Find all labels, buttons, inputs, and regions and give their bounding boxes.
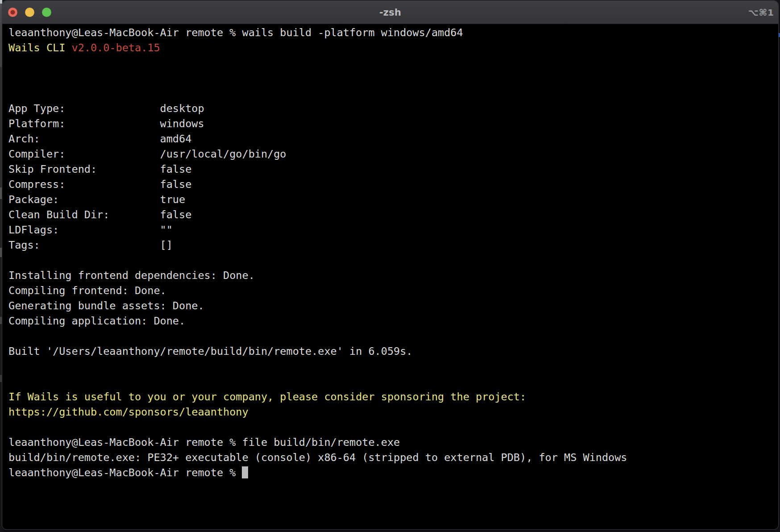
terminal-text	[8, 421, 15, 433]
terminal-text	[8, 87, 15, 100]
minimize-button[interactable]	[25, 8, 34, 17]
terminal-line: leaanthony@Leas-MacBook-Air remote % fil…	[8, 435, 778, 450]
close-button[interactable]	[8, 8, 17, 17]
terminal-text: Platform: windows	[8, 117, 204, 130]
terminal-text	[8, 360, 15, 373]
terminal-text: Compiler: /usr/local/go/bin/go	[8, 148, 286, 160]
terminal-text: If Wails is useful to you or your compan…	[8, 391, 526, 403]
terminal-line: Compiler: /usr/local/go/bin/go	[8, 146, 778, 162]
terminal-line	[8, 86, 778, 101]
terminal-line	[8, 359, 778, 374]
terminal-line: leaanthony@Leas-MacBook-Air remote % wai…	[8, 25, 778, 40]
terminal-text: Compiling frontend: Done.	[8, 284, 166, 297]
terminal-text	[8, 375, 15, 388]
zoom-button[interactable]	[42, 8, 51, 17]
terminal-line: Built '/Users/leaanthony/remote/build/bi…	[8, 344, 778, 359]
terminal-text: LDFlags: ""	[8, 224, 173, 236]
terminal-text: leaanthony@Leas-MacBook-Air remote % fil…	[8, 436, 400, 449]
terminal-text	[8, 330, 15, 342]
terminal-line: Wails CLI v2.0.0-beta.15	[8, 40, 778, 55]
terminal-line: Compiling frontend: Done.	[8, 283, 778, 298]
terminal-text: App Type: desktop	[8, 102, 204, 115]
window-title: -zsh	[379, 7, 401, 18]
terminal-text: Package: true	[8, 193, 185, 206]
terminal-text: build/bin/remote.exe: PE32+ executable (…	[8, 451, 627, 464]
terminal-line: Generating bundle assets: Done.	[8, 298, 778, 313]
terminal-line	[8, 253, 778, 268]
terminal-line: Compiling application: Done.	[8, 313, 778, 328]
terminal-text	[8, 254, 15, 266]
terminal-text: Clean Build Dir: false	[8, 208, 191, 221]
terminal-text: Installing frontend dependencies: Done.	[8, 269, 255, 282]
terminal-text: Skip Frontend: false	[8, 163, 191, 175]
terminal-text: Arch: amd64	[8, 133, 191, 145]
terminal-text: https://github.com/sponsors/leaanthony	[8, 406, 249, 418]
terminal-text: leaanthony@Leas-MacBook-Air remote %	[8, 466, 242, 479]
terminal-output[interactable]: leaanthony@Leas-MacBook-Air remote % wai…	[2, 24, 778, 529]
terminal-text: v2.0.0-beta.15	[71, 42, 160, 54]
terminal-text	[8, 57, 15, 69]
terminal-text	[8, 72, 15, 84]
terminal-text: Compress: false	[8, 178, 191, 191]
terminal-text: leaanthony@Leas-MacBook-Air remote % wai…	[8, 26, 463, 39]
terminal-line	[8, 71, 778, 86]
terminal-line	[8, 55, 778, 71]
terminal-text: Wails CLI	[8, 42, 71, 54]
terminal-line: Package: true	[8, 192, 778, 207]
terminal-line: Arch: amd64	[8, 131, 778, 146]
terminal-line: App Type: desktop	[8, 101, 778, 116]
window-shortcut-badge: ⌥⌘1	[748, 1, 774, 24]
traffic-lights	[2, 8, 51, 17]
terminal-line: leaanthony@Leas-MacBook-Air remote %	[8, 465, 778, 480]
terminal-line: Clean Build Dir: false	[8, 207, 778, 222]
terminal-window: -zsh ⌥⌘1 leaanthony@Leas-MacBook-Air rem…	[2, 1, 778, 529]
window-titlebar[interactable]: -zsh ⌥⌘1	[2, 1, 778, 24]
terminal-text: Built '/Users/leaanthony/remote/build/bi…	[8, 345, 412, 357]
desktop-background: -zsh ⌥⌘1 leaanthony@Leas-MacBook-Air rem…	[0, 0, 780, 532]
terminal-line: Installing frontend dependencies: Done.	[8, 268, 778, 283]
terminal-line: Compress: false	[8, 177, 778, 192]
terminal-cursor	[242, 466, 248, 478]
terminal-line: Skip Frontend: false	[8, 162, 778, 177]
terminal-line	[8, 420, 778, 435]
terminal-text: Generating bundle assets: Done.	[8, 299, 204, 312]
terminal-line: https://github.com/sponsors/leaanthony	[8, 404, 778, 420]
terminal-line: Tags: []	[8, 237, 778, 253]
terminal-line: LDFlags: ""	[8, 222, 778, 237]
terminal-line	[8, 328, 778, 344]
terminal-line: Platform: windows	[8, 116, 778, 131]
terminal-text: Compiling application: Done.	[8, 315, 185, 327]
terminal-line	[8, 374, 778, 389]
terminal-line: If Wails is useful to you or your compan…	[8, 389, 778, 404]
terminal-line: build/bin/remote.exe: PE32+ executable (…	[8, 450, 778, 465]
terminal-text: Tags: []	[8, 239, 173, 251]
